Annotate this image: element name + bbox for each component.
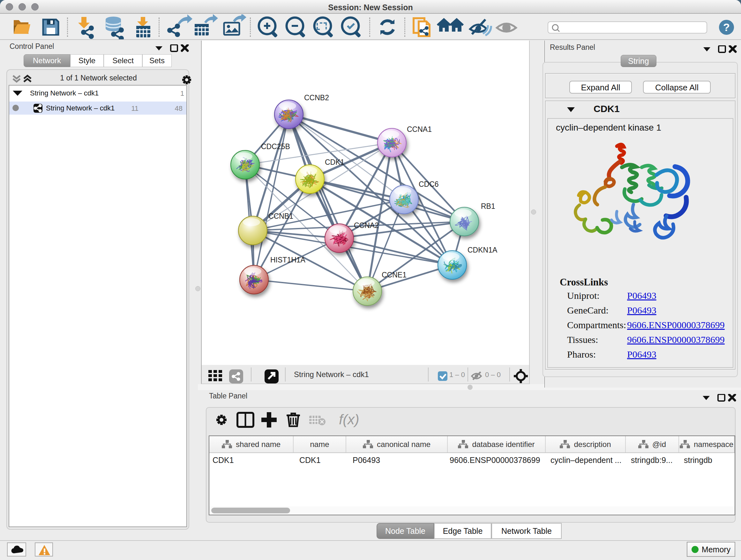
svg-text:HIST1H1A: HIST1H1A	[270, 256, 306, 264]
svg-text:CCNB1: CCNB1	[268, 212, 293, 220]
svg-text:CDKN1A: CDKN1A	[468, 246, 497, 254]
svg-text:RB1: RB1	[481, 202, 495, 210]
svg-text:CDC25B: CDC25B	[261, 142, 290, 151]
svg-text:CDK1: CDK1	[325, 158, 344, 166]
svg-text:CCNE1: CCNE1	[382, 271, 407, 279]
svg-text:f(x): f(x)	[339, 412, 359, 427]
svg-text:CCNA2: CCNA2	[354, 221, 379, 230]
svg-text:CCNA1: CCNA1	[407, 125, 432, 133]
svg-text:CDC6: CDC6	[419, 180, 439, 188]
svg-text:CCNB2: CCNB2	[304, 94, 329, 102]
